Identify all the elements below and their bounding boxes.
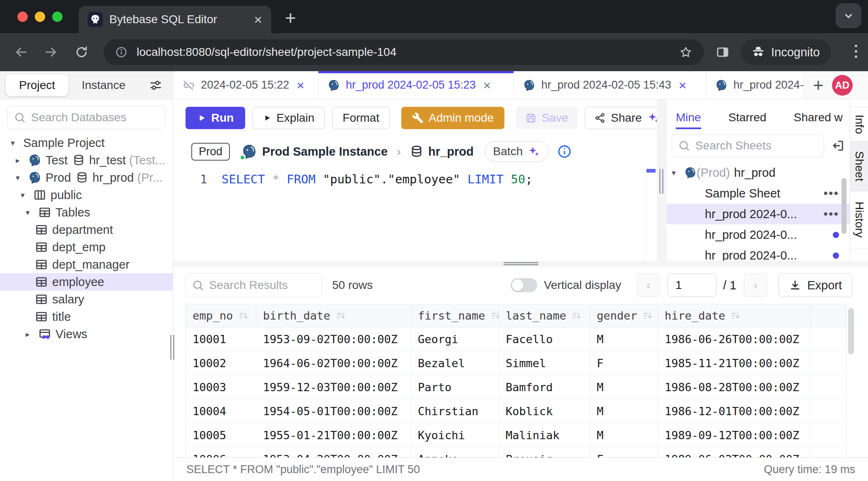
close-tab-icon[interactable]: × <box>297 79 304 92</box>
horizontal-resize-handle[interactable] <box>504 262 538 265</box>
reload-button[interactable] <box>75 45 89 59</box>
collapse-panel-icon[interactable] <box>831 139 845 153</box>
table-row[interactable]: 100011953-09-02T00:00:00ZGeorgiFacelloM1… <box>186 327 846 351</box>
caret-down-icon[interactable]: ▾ <box>26 208 38 217</box>
sheet-item[interactable]: hr_prod 2024-0... <box>667 224 850 245</box>
back-button[interactable] <box>14 45 28 59</box>
table-row[interactable]: 100051955-01-21T00:00:00ZKyoichiMaliniak… <box>186 423 846 447</box>
tree-item-dept_emp[interactable]: dept_emp <box>0 238 173 256</box>
browser-tab[interactable]: Bytebase SQL Editor × <box>79 6 271 33</box>
vertical-display-toggle[interactable] <box>511 278 537 292</box>
database-name[interactable]: hr_prod <box>428 145 474 159</box>
sort-icon[interactable] <box>238 310 249 321</box>
table-row[interactable]: 100031959-12-03T00:00:00ZPartoBamfordM19… <box>186 375 846 399</box>
side-tab-sheet[interactable]: Sheet <box>850 142 868 191</box>
tree-item-Sample Project[interactable]: ▾Sample Project <box>0 134 173 152</box>
tree-item-employee[interactable]: employee <box>0 273 173 291</box>
sql-editor[interactable]: 1 SELECT * FROM "public"."employee" LIMI… <box>174 166 645 261</box>
add-sheet-tab-button[interactable]: + <box>813 75 824 96</box>
sheet-menu-button[interactable]: ••• <box>823 186 839 200</box>
caret-right-icon[interactable]: ▸ <box>26 329 38 339</box>
batch-button[interactable]: Batch <box>485 141 549 162</box>
run-button[interactable]: Run <box>186 107 245 129</box>
sliders-settings-icon[interactable] <box>149 78 163 92</box>
side-tab-info[interactable]: Info <box>850 107 868 142</box>
prev-page-button[interactable]: ‹ <box>637 274 660 297</box>
database-search-input[interactable] <box>31 111 159 124</box>
tree-item-public[interactable]: ▾public <box>0 186 173 204</box>
forward-button[interactable] <box>44 45 58 59</box>
table-scrollbar[interactable] <box>848 304 854 457</box>
side-tab-history[interactable]: History <box>850 191 868 248</box>
sort-icon[interactable] <box>571 310 582 321</box>
table-row[interactable]: 100041954-05-01T00:00:00ZChirstianKoblic… <box>186 399 846 423</box>
results-search-input[interactable] <box>209 279 316 292</box>
editor-tab-2[interactable]: hr_prod 2024-02-05 15:23× <box>318 71 514 99</box>
database-search[interactable] <box>7 106 165 129</box>
panel-resize-handle[interactable] <box>659 169 664 194</box>
caret-down-icon[interactable]: ▾ <box>21 190 33 200</box>
close-tab-icon[interactable]: × <box>483 79 491 92</box>
page-input[interactable] <box>668 274 716 297</box>
info-icon[interactable] <box>557 144 572 159</box>
tree-item-Views[interactable]: ▸Views <box>0 325 173 343</box>
caret-down-icon[interactable]: ▾ <box>672 168 684 178</box>
column-header-emp_no[interactable]: emp_no <box>186 304 256 327</box>
site-info-icon[interactable] <box>115 46 128 58</box>
url-bar[interactable]: localhost:8080/sql-editor/sheet/project-… <box>104 39 704 65</box>
sidebar-resize-handle[interactable] <box>170 335 177 360</box>
traffic-light-minimize-button[interactable] <box>35 12 45 22</box>
column-header-hire_date[interactable]: hire_date <box>658 304 810 327</box>
sheet-search-input[interactable] <box>695 139 818 152</box>
sort-icon[interactable] <box>335 310 346 321</box>
column-header-first_name[interactable]: first_name <box>411 304 499 327</box>
traffic-light-zoom-button[interactable] <box>52 12 63 22</box>
sort-icon[interactable] <box>642 310 653 321</box>
column-header-birth_date[interactable]: birth_date <box>256 304 411 327</box>
column-header-last_name[interactable]: last_name <box>499 304 590 327</box>
format-button[interactable]: Format <box>332 107 390 129</box>
caret-down-icon[interactable]: ▾ <box>11 138 23 148</box>
sheet-search[interactable] <box>672 134 824 157</box>
window-chevron-button[interactable] <box>836 3 861 28</box>
sheet-tab-mine[interactable]: Mine <box>676 111 701 129</box>
sort-icon[interactable] <box>490 310 499 321</box>
sidebar-tab-project[interactable]: Project <box>6 75 68 96</box>
explain-button[interactable]: Explain <box>253 107 325 129</box>
sidebar-tab-instance[interactable]: Instance <box>68 75 139 96</box>
tree-item-Prod[interactable]: ▾Prodhr_prod(Pr... <box>0 169 173 186</box>
sheet-tab-shared-w[interactable]: Shared w <box>794 111 843 124</box>
sheet-item[interactable]: Sample Sheet••• <box>667 183 850 204</box>
editor-tab-3[interactable]: hr_prod 2024-02-05 15:43× <box>514 71 706 99</box>
browser-menu-button[interactable] <box>855 45 857 58</box>
tree-item-title[interactable]: title <box>0 308 173 325</box>
user-avatar[interactable]: AD <box>832 75 853 96</box>
tree-item-dept_manager[interactable]: dept_manager <box>0 256 173 273</box>
next-page-button[interactable]: › <box>744 274 767 297</box>
tree-item-Test[interactable]: ▸Testhr_test(Test... <box>0 152 173 169</box>
admin-mode-button[interactable]: Admin mode <box>401 107 504 129</box>
sheet-item[interactable]: hr_prod 2024-0... <box>667 245 850 261</box>
editor-tab-4[interactable]: hr_prod 2024-0 <box>706 71 804 99</box>
close-tab-icon[interactable]: × <box>679 79 687 92</box>
editor-tab-1[interactable]: 2024-02-05 15:22× <box>174 71 318 99</box>
sheet-item[interactable]: hr_prod 2024-0...••• <box>667 204 850 224</box>
sheet-list-scrollbar[interactable] <box>841 178 846 234</box>
sheet-menu-button[interactable]: ••• <box>823 207 839 221</box>
export-button[interactable]: Export <box>779 273 852 297</box>
sort-icon[interactable] <box>730 310 741 321</box>
tab-close-icon[interactable]: × <box>254 12 262 26</box>
sheet-tab-starred[interactable]: Starred <box>728 111 767 124</box>
tree-item-department[interactable]: department <box>0 221 173 238</box>
sql-code-line[interactable]: SELECT * FROM "public"."employee" LIMIT … <box>222 172 533 186</box>
traffic-light-close-button[interactable] <box>17 12 28 22</box>
bookmark-star-icon[interactable] <box>679 46 692 59</box>
caret-right-icon[interactable]: ▸ <box>16 156 28 165</box>
column-header-gender[interactable]: gender <box>590 304 658 327</box>
tree-item-Tables[interactable]: ▾Tables <box>0 204 173 221</box>
save-button[interactable]: Save <box>516 107 577 129</box>
tree-item-salary[interactable]: salary <box>0 291 173 308</box>
sheet-group-row[interactable]: ▾(Prod)hr_prod <box>667 162 850 183</box>
instance-name[interactable]: Prod Sample Instance <box>262 145 388 159</box>
table-row[interactable]: 100061953-04-20T00:00:00ZAnnekePreusigF1… <box>186 447 846 457</box>
